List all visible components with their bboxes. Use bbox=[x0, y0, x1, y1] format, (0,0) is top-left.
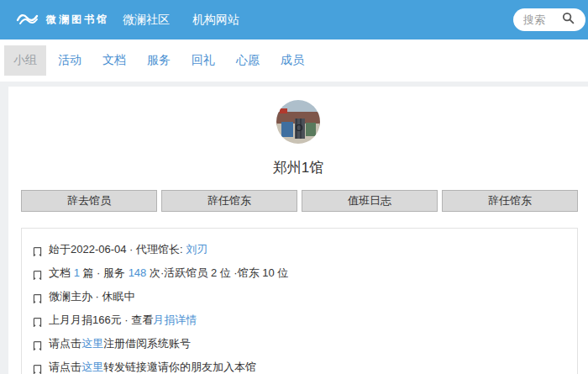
top-header: 微澜图书馆 微澜社区 机构网站 bbox=[0, 0, 588, 40]
bookmark-icon bbox=[32, 267, 43, 287]
section-tabbar: 小组 活动 文档 服务 回礼 心愿 成员 bbox=[0, 40, 588, 82]
action-button-row: 辞去馆员 辞任馆东 值班日志 辞任馆东 bbox=[8, 190, 588, 212]
info-row-register: 请点击这里注册借阅系统账号 bbox=[32, 334, 567, 357]
bookmark-icon bbox=[32, 291, 43, 310]
info-row-donation: 上月月捐166元 · 查看月捐详情 bbox=[32, 310, 567, 334]
info-text: 请点击这里注册借阅系统账号 bbox=[49, 334, 191, 353]
inline-link[interactable]: 1 bbox=[74, 266, 80, 279]
text-segment: 转发链接邀请你的朋友加入本馆 bbox=[103, 361, 256, 373]
inline-link[interactable]: 刘刃 bbox=[186, 243, 207, 255]
text-segment: 上月月捐166元 · 查看 bbox=[49, 313, 153, 326]
search-box[interactable] bbox=[513, 8, 585, 31]
tab-services[interactable]: 服务 bbox=[138, 45, 180, 76]
library-info-panel: 始于2022-06-04 · 代理馆长: 刘刃 文档 1 篇 · 服务 148 … bbox=[21, 228, 578, 374]
text-segment: 注册借阅系统账号 bbox=[103, 337, 191, 350]
library-profile-card: 郑州1馆 辞去馆员 辞任馆东 值班日志 辞任馆东 始于2022-06-04 · … bbox=[8, 87, 588, 374]
bookmark-icon bbox=[32, 361, 43, 374]
tab-groups[interactable]: 小组 bbox=[4, 45, 46, 76]
info-row-invite: 请点击这里转发链接邀请你的朋友加入本馆 bbox=[32, 357, 567, 374]
tab-activities[interactable]: 活动 bbox=[49, 45, 91, 76]
info-text: 上月月捐166元 · 查看月捐详情 bbox=[49, 310, 197, 329]
inline-link[interactable]: 148 bbox=[129, 266, 147, 279]
info-text: 文档 1 篇 · 服务 148 次·活跃馆员 2 位 ·馆东 10 位 bbox=[49, 263, 288, 282]
site-logo[interactable]: 微澜图书馆 bbox=[15, 10, 109, 30]
tab-gifts[interactable]: 回礼 bbox=[182, 45, 224, 76]
inline-link[interactable]: 这里 bbox=[81, 361, 103, 373]
duty-log-button[interactable]: 值班日志 bbox=[302, 190, 438, 212]
page-background: 郑州1馆 辞去馆员 辞任馆东 值班日志 辞任馆东 始于2022-06-04 · … bbox=[0, 82, 588, 374]
nav-org-site-link[interactable]: 机构网站 bbox=[192, 13, 239, 28]
resign-owner-button-2[interactable]: 辞任馆东 bbox=[442, 190, 578, 212]
info-row-stats: 文档 1 篇 · 服务 148 次·活跃馆员 2 位 ·馆东 10 位 bbox=[32, 263, 567, 287]
bookmark-icon bbox=[32, 244, 43, 263]
info-row-founded: 始于2022-06-04 · 代理馆长: 刘刃 bbox=[32, 240, 567, 263]
nav-community-link[interactable]: 微澜社区 bbox=[123, 13, 170, 28]
tab-wishes[interactable]: 心愿 bbox=[227, 45, 269, 76]
text-segment: 文档 bbox=[49, 266, 74, 279]
info-text: 始于2022-06-04 · 代理馆长: 刘刃 bbox=[49, 240, 207, 259]
inline-link[interactable]: 月捐详情 bbox=[153, 313, 197, 326]
info-text: 请点击这里转发链接邀请你的朋友加入本馆 bbox=[49, 357, 256, 374]
resign-owner-button[interactable]: 辞任馆东 bbox=[161, 190, 297, 212]
text-segment: 篇 · 服务 bbox=[80, 266, 129, 279]
library-avatar[interactable] bbox=[276, 100, 320, 144]
bookmark-icon bbox=[32, 338, 43, 357]
search-icon[interactable] bbox=[562, 12, 575, 28]
resign-librarian-button[interactable]: 辞去馆员 bbox=[21, 190, 157, 212]
text-segment: 次·活跃馆员 2 位 ·馆东 10 位 bbox=[146, 266, 288, 279]
library-title: 郑州1馆 bbox=[8, 158, 588, 177]
text-segment: 微澜主办 · 休眠中 bbox=[49, 290, 135, 303]
search-input[interactable] bbox=[523, 13, 562, 26]
text-segment: 始于2022-06-04 · 代理馆长: bbox=[49, 243, 186, 255]
text-segment: 请点击 bbox=[49, 337, 81, 350]
info-text: 微澜主办 · 休眠中 bbox=[49, 287, 135, 306]
wave-logo-icon bbox=[15, 10, 40, 30]
info-row-status: 微澜主办 · 休眠中 bbox=[32, 287, 567, 310]
text-segment: 请点击 bbox=[49, 361, 81, 373]
inline-link[interactable]: 这里 bbox=[81, 337, 103, 350]
tab-documents[interactable]: 文档 bbox=[93, 45, 135, 76]
tab-members[interactable]: 成员 bbox=[271, 45, 313, 76]
logo-text: 微澜图书馆 bbox=[46, 13, 109, 27]
bookmark-icon bbox=[32, 314, 43, 334]
